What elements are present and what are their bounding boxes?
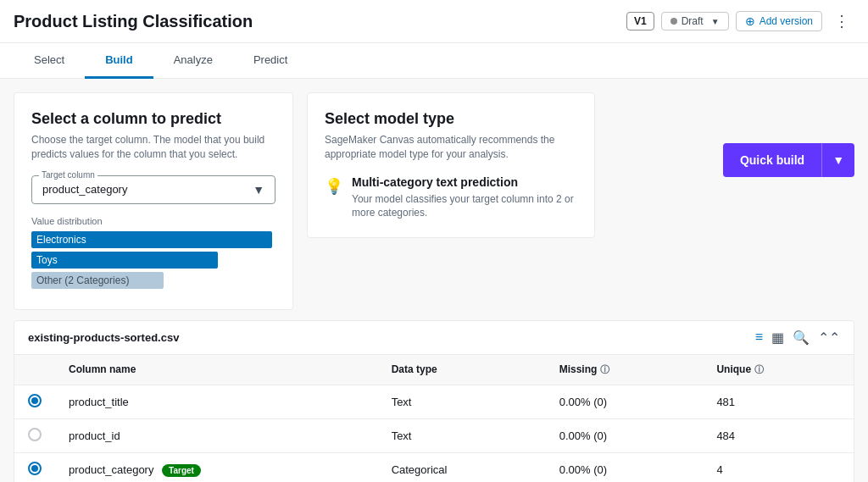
radio-empty-icon[interactable]	[28, 428, 42, 441]
select-column-title: Select a column to predict	[31, 110, 275, 128]
column-name: product_id	[69, 429, 120, 442]
radio-target-icon[interactable]	[28, 462, 42, 475]
column-name-cell: product_id	[55, 418, 378, 452]
add-version-label: Add version	[760, 15, 813, 27]
tab-build[interactable]: Build	[85, 43, 153, 79]
th-missing: Missing ⓘ	[546, 355, 704, 385]
quick-build-area: Quick build ▼	[609, 92, 854, 177]
column-name-cell: product_title	[55, 385, 378, 418]
select-chevron-icon: ▼	[253, 183, 264, 197]
header-actions: V1 Draft ▼ ⊕ Add version ⋮	[626, 10, 854, 32]
model-type-desc: SageMaker Canvas automatically recommend…	[325, 133, 577, 162]
collapse-button[interactable]: ⌃⌃	[818, 330, 840, 346]
row-icon	[14, 452, 55, 482]
model-bulb-icon: 💡	[325, 177, 343, 196]
unique-cell: 484	[703, 418, 854, 452]
target-column-select[interactable]: Target column product_category ▼	[31, 175, 275, 204]
missing-info-icon[interactable]: ⓘ	[600, 363, 609, 376]
select-column-card: Select a column to predict Choose the ta…	[14, 92, 293, 310]
quick-build-label: Quick build	[723, 145, 821, 175]
model-option: 💡 Multi-category text prediction Your mo…	[325, 175, 577, 221]
missing-cell: 0.00% (0)	[546, 452, 704, 482]
tab-predict[interactable]: Predict	[233, 43, 308, 79]
cards-row: Select a column to predict Choose the ta…	[14, 92, 854, 310]
tab-analyze[interactable]: Analyze	[153, 43, 233, 79]
select-model-card: Select model type SageMaker Canvas autom…	[307, 92, 595, 238]
th-column-name: Column name	[55, 355, 378, 385]
table-row: product_titleText0.00% (0)481	[14, 385, 854, 418]
app-header: Product Listing Classification V1 Draft …	[0, 0, 868, 43]
column-name: product_title	[69, 396, 129, 408]
row-icon	[14, 385, 55, 418]
dataset-filename: existing-products-sorted.csv	[28, 331, 179, 344]
select-column-desc: Choose the target column. The model that…	[31, 133, 275, 162]
row-icon	[14, 418, 55, 452]
th-unique: Unique ⓘ	[703, 355, 854, 385]
bar-fill-1	[31, 252, 218, 269]
draft-dot-icon	[670, 18, 677, 25]
quick-build-button[interactable]: Quick build ▼	[723, 143, 854, 177]
draft-chevron-icon: ▼	[711, 17, 720, 26]
missing-cell: 0.00% (0)	[546, 418, 704, 452]
model-type-title: Select model type	[325, 110, 577, 128]
missing-cell: 0.00% (0)	[546, 385, 704, 418]
table-row: product_idText0.00% (0)484	[14, 418, 854, 452]
bar-label-2: Other (2 Categories)	[36, 272, 129, 289]
add-version-button[interactable]: ⊕ Add version	[736, 11, 822, 31]
bar-item-1: Toys	[31, 252, 275, 269]
unique-cell: 4	[703, 452, 854, 482]
data-type-cell: Text	[378, 385, 546, 418]
radio-selected-icon[interactable]	[28, 394, 42, 407]
value-distribution-label: Value distribution	[31, 216, 275, 226]
column-name: product_category	[69, 463, 153, 476]
target-column-value: product_category	[42, 183, 127, 196]
table-row: product_category TargetCategorical0.00% …	[14, 452, 854, 482]
column-name-cell: product_category Target	[55, 452, 378, 482]
main-content: Select a column to predict Choose the ta…	[0, 79, 868, 482]
more-options-button[interactable]: ⋮	[829, 10, 854, 32]
draft-dropdown[interactable]: Draft ▼	[661, 12, 729, 30]
search-icon[interactable]: 🔍	[793, 330, 810, 346]
model-option-text: Multi-category text prediction Your mode…	[352, 175, 577, 221]
data-type-cell: Text	[378, 418, 546, 452]
model-option-desc: Your model classifies your target column…	[352, 192, 577, 221]
dataset-controls: ≡ ▦ 🔍 ⌃⌃	[755, 330, 840, 346]
nav-tabs: Select Build Analyze Predict	[0, 43, 868, 79]
draft-label: Draft	[682, 15, 704, 27]
list-view-icon[interactable]: ≡	[755, 330, 763, 345]
bar-label-1: Toys	[36, 252, 58, 269]
tab-select[interactable]: Select	[14, 43, 85, 79]
th-icon	[14, 355, 55, 385]
plus-icon: ⊕	[745, 14, 755, 28]
dataset-header: existing-products-sorted.csv ≡ ▦ 🔍 ⌃⌃	[14, 321, 854, 355]
page-title: Product Listing Classification	[14, 12, 253, 31]
bar-item-2: Other (2 Categories)	[31, 272, 275, 289]
dataset-section: existing-products-sorted.csv ≡ ▦ 🔍 ⌃⌃ Co…	[14, 320, 854, 482]
data-type-cell: Categorical	[378, 452, 546, 482]
target-column-label: Target column	[39, 170, 97, 180]
value-distribution-bars: ElectronicsToysOther (2 Categories)	[31, 231, 275, 289]
th-data-type: Data type	[378, 355, 546, 385]
unique-cell: 481	[703, 385, 854, 418]
bar-item-0: Electronics	[31, 231, 275, 248]
version-badge[interactable]: V1	[626, 12, 654, 30]
columns-table: Column name Data type Missing ⓘ Unique ⓘ	[14, 355, 854, 482]
target-badge: Target	[162, 464, 201, 477]
bar-label-0: Electronics	[36, 231, 86, 248]
unique-info-icon[interactable]: ⓘ	[754, 363, 764, 376]
quick-build-arrow-icon[interactable]: ▼	[822, 145, 854, 175]
model-option-title: Multi-category text prediction	[352, 175, 577, 189]
grid-view-icon[interactable]: ▦	[771, 330, 784, 346]
